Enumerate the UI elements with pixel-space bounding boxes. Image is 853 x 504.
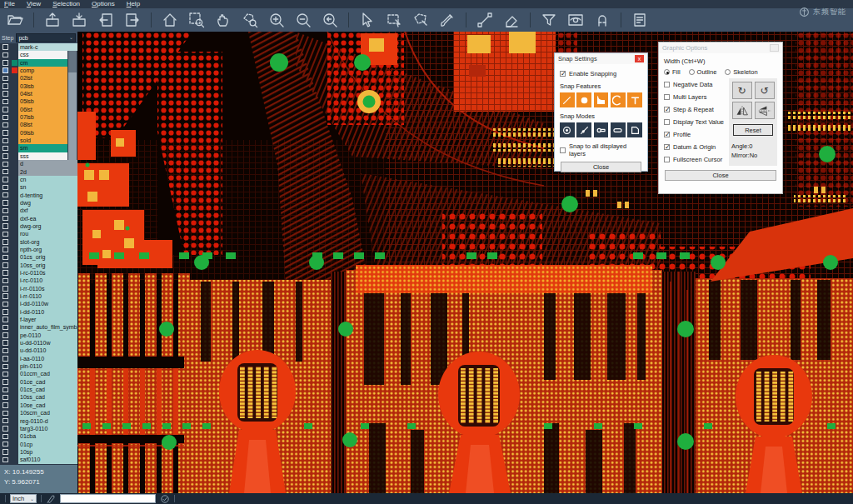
layer-name[interactable]: i-aa-0110 [18,355,77,362]
layer-row-u-dd-0110w[interactable]: u-dd-0110w [0,339,77,347]
layer-row-dwg[interactable]: dwg [0,199,77,207]
checkbox-icon[interactable] [2,169,8,175]
option-negative-data[interactable]: Negative Data [664,78,726,91]
layer-name[interactable]: targ3-0110 [18,425,77,432]
layer-checkbox[interactable] [0,199,11,207]
checkbox-icon[interactable] [664,157,670,162]
layer-name[interactable]: sold [18,137,67,144]
checkbox-icon[interactable] [2,286,8,292]
layer-name[interactable]: saf0110 [18,456,77,463]
mode-closest-icon[interactable] [576,122,591,137]
snap-close-button[interactable]: Close [561,162,641,172]
eraser-icon[interactable] [501,10,521,30]
layer-row-d[interactable]: d [0,160,77,167]
checkbox-icon[interactable] [2,255,8,261]
layer-checkbox[interactable] [0,417,11,425]
layer-name[interactable]: dwg-org [18,222,77,230]
snap-arc-icon[interactable] [611,92,626,107]
layer-row-targ3-0110[interactable]: targ3-0110 [0,425,77,432]
layer-row-npth-org[interactable]: npth-org [0,246,77,253]
layer-name[interactable]: 05lsb [18,97,67,105]
checkbox-icon[interactable] [2,387,8,393]
layer-name[interactable]: i-dd-0110 [18,308,77,316]
layer-checkbox[interactable] [0,152,11,160]
layer-row-i-aa-0110[interactable]: i-aa-0110 [0,355,77,362]
step-select[interactable]: pcb ⌄ [16,33,76,42]
close-icon[interactable] [770,44,779,52]
checkbox-icon[interactable] [2,44,8,50]
layer-row-10scm_cad[interactable]: 10scm_cad [0,409,77,417]
page-next-icon[interactable] [122,10,142,30]
layer-checkbox[interactable] [0,59,11,67]
checkbox-icon[interactable] [2,99,8,105]
checkbox-icon[interactable] [664,132,670,137]
checkbox-icon[interactable] [2,130,8,136]
layer-checkbox[interactable] [0,347,11,354]
layer-checkbox[interactable] [0,339,11,347]
layer-name[interactable]: 01cs_cad [18,386,77,393]
layer-checkbox[interactable] [0,121,11,128]
layer-checkbox[interactable] [0,432,11,440]
layer-checkbox[interactable] [0,300,11,307]
layer-name[interactable]: comp [18,67,67,74]
layer-checkbox[interactable] [0,192,11,199]
checkbox-icon[interactable] [2,302,8,307]
filter-funnel-icon[interactable] [539,10,559,30]
layer-row-i-rr-0110[interactable]: i-rr-0110 [0,292,77,300]
checkbox-icon[interactable] [2,192,8,198]
layer-name[interactable]: rou [18,230,77,237]
checkbox-icon[interactable] [664,94,670,100]
layer-checkbox[interactable] [0,409,11,417]
menu-item-file[interactable]: File [4,0,15,8]
layer-name[interactable]: i-rr-0110s [18,285,77,292]
layer-name[interactable]: 01ccm_cad [18,370,77,377]
layer-row-05lsb[interactable]: 05lsb [0,97,77,105]
layer-name[interactable]: i-dd-0110w [18,300,77,307]
layer-row-06lst[interactable]: 06lst [0,106,77,113]
layer-row-i-rc-0110[interactable]: i-rc-0110 [0,277,77,284]
layer-checkbox[interactable] [0,262,11,269]
checkbox-icon[interactable] [2,395,8,401]
layer-checkbox[interactable] [0,230,11,237]
checkbox-icon[interactable] [2,216,8,222]
mode-center-icon[interactable] [560,122,575,137]
layer-checkbox[interactable] [0,323,11,331]
layer-name[interactable]: 07lsb [18,113,67,121]
layer-name[interactable]: 02lst [18,74,67,82]
layer-checkbox[interactable] [0,82,11,90]
layer-row-u-dd-0110[interactable]: u-dd-0110 [0,347,77,354]
layer-name[interactable]: sn [18,183,77,191]
layer-row-comp[interactable]: comp [0,67,77,74]
snap-magnet-icon[interactable] [592,10,612,30]
layer-checkbox[interactable] [0,67,11,74]
layer-row-01cba[interactable]: 01cba [0,432,77,440]
layer-checkbox[interactable] [0,316,11,323]
open-folder-icon[interactable] [5,10,25,30]
layer-name[interactable]: i-rc-0110s [18,269,77,277]
menu-item-options[interactable]: Options [92,0,115,8]
unit-select[interactable]: Inch ⌄ [10,494,37,503]
mode-key-icon[interactable] [594,122,609,137]
layer-name[interactable]: 08lst [18,121,67,128]
layer-row-inner_auto_film_symb[interactable]: inner_auto_film_symb [0,323,77,331]
layer-row-01ce_cad[interactable]: 01ce_cad [0,378,77,386]
checkbox-icon[interactable] [2,356,8,362]
checkbox-icon[interactable] [2,317,8,322]
checkbox-icon[interactable] [2,449,8,455]
checkbox-icon[interactable] [2,232,8,237]
width-mode-fill[interactable]: Fill [664,68,681,76]
checkbox-icon[interactable] [2,270,8,276]
checkbox-icon[interactable] [2,457,8,463]
layer-checkbox[interactable] [0,253,11,261]
layer-checkbox[interactable] [0,215,11,222]
layer-row-sn[interactable]: sn [0,183,77,191]
checkbox-icon[interactable] [2,115,8,121]
checkbox-icon[interactable] [664,82,670,87]
layer-name[interactable]: 01ce_cad [18,378,77,386]
checkbox-icon[interactable] [2,76,8,82]
layer-checkbox[interactable] [0,129,11,137]
checkbox-icon[interactable] [560,147,566,153]
pan-hand-icon[interactable] [213,10,233,30]
layer-row-dwg-org[interactable]: dwg-org [0,222,77,230]
layer-name[interactable]: u-dd-0110w [18,339,77,347]
